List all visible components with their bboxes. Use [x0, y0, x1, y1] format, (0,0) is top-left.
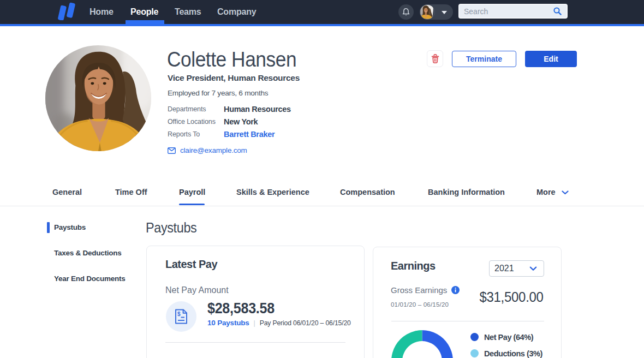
paystubs-count-link[interactable]: 10 Paystubs — [207, 319, 249, 327]
global-search[interactable]: Search — [458, 4, 568, 19]
earnings-divider — [391, 321, 544, 321]
tab-general[interactable]: General — [52, 188, 82, 196]
active-tab-underline — [179, 204, 205, 205]
legend-label: Net Pay (64%) — [484, 333, 533, 342]
namely-logo[interactable] — [58, 2, 77, 20]
paystub-meta-row: 10 Paystubs | Pay Period 06/01/20 – 06/1… — [207, 319, 351, 327]
svg-text:$: $ — [177, 311, 181, 317]
select-chevron-icon — [529, 266, 537, 271]
donut-slice — [391, 330, 422, 358]
legend-dot — [470, 349, 479, 357]
tabs-divider — [0, 206, 644, 206]
edit-button[interactable]: Edit — [525, 51, 577, 67]
active-nav-underline — [126, 20, 164, 26]
tab-payroll[interactable]: Payroll — [179, 188, 205, 196]
delete-employee-button[interactable] — [427, 50, 443, 67]
year-select-value: 2021 — [494, 264, 529, 273]
tab-time-off[interactable]: Time Off — [115, 188, 147, 196]
gross-earnings-amount: $31,500.00 — [480, 289, 544, 305]
field-reports-to: Reports To Barrett Braker — [168, 128, 291, 140]
legend-label: Deductions (3%) — [484, 349, 542, 358]
year-select[interactable]: 2021 — [489, 260, 544, 277]
gross-earnings-text: Gross Earnings — [391, 285, 447, 295]
field-value: New York — [224, 117, 258, 126]
employee-profile-page: Home People Teams Company Search — [0, 0, 644, 358]
field-value: Human Resources — [224, 105, 291, 114]
tab-more-label: More — [536, 188, 556, 196]
active-rail-indicator — [47, 222, 50, 233]
field-departments: Departments Human Resources — [168, 103, 291, 115]
legend-dot — [470, 333, 479, 341]
chevron-down-icon — [562, 190, 569, 195]
envelope-icon — [168, 147, 176, 154]
tab-skills-experience[interactable]: Skills & Experience — [236, 188, 309, 196]
pay-period: Pay Period 06/01/20 – 06/15/20 — [260, 319, 351, 327]
bell-icon — [402, 8, 410, 17]
reports-to-link[interactable]: Barrett Braker — [224, 130, 275, 139]
search-icon[interactable] — [553, 7, 562, 16]
field-label: Reports To — [168, 130, 224, 138]
gross-earnings-label: Gross Earnings — [391, 285, 460, 295]
field-label: Departments — [168, 105, 224, 113]
earnings-donut-chart — [389, 328, 455, 358]
page-title: Paystubs — [146, 219, 196, 236]
gross-earnings-period: 01/01/20 – 06/15/20 — [391, 301, 449, 308]
nav-item-company[interactable]: Company — [217, 0, 257, 24]
user-menu[interactable] — [420, 4, 453, 20]
email-text: claire@example.com — [180, 146, 247, 154]
nav-item-home[interactable]: Home — [90, 0, 114, 24]
legend-item: Net Pay (64%) — [470, 333, 542, 341]
earnings-title: Earnings — [391, 260, 436, 272]
search-placeholder: Search — [464, 7, 553, 16]
profile-photo — [45, 45, 151, 151]
user-avatar — [420, 4, 435, 20]
tab-more[interactable]: More — [536, 188, 569, 196]
donut-legend: Net Pay (64%)Deductions (3%) — [470, 333, 542, 358]
meta-separator: | — [254, 319, 255, 327]
legend-item: Deductions (3%) — [470, 349, 542, 357]
notifications-button[interactable] — [398, 4, 414, 20]
rail-item-paystubs[interactable]: Paystubs — [54, 223, 86, 231]
tab-banking-information[interactable]: Banking Information — [428, 188, 505, 196]
field-office-locations: Office Locations New York — [168, 115, 291, 128]
top-navbar: Home People Teams Company Search — [0, 0, 644, 26]
net-pay-label: Net Pay Amount — [165, 285, 229, 295]
trash-icon — [431, 54, 439, 63]
info-icon[interactable] — [451, 286, 460, 294]
latest-pay-title: Latest Pay — [165, 258, 217, 271]
rail-item-taxes-deductions[interactable]: Taxes & Deductions — [54, 249, 122, 257]
paystub-document-icon: $ — [174, 309, 188, 324]
avatar-portrait — [420, 5, 434, 19]
paystub-icon-badge: $ — [166, 301, 196, 332]
user-menu-caret-icon — [442, 11, 447, 14]
tab-compensation[interactable]: Compensation — [340, 188, 395, 196]
rail-item-year-end-documents[interactable]: Year End Documents — [54, 275, 126, 283]
profile-fields: Departments Human Resources Office Locat… — [168, 103, 291, 140]
latest-pay-divider — [165, 342, 345, 343]
employee-tenure: Employed for 7 years, 6 months — [168, 89, 268, 97]
portrait-illustration — [45, 45, 151, 151]
net-pay-amount: $28,583.58 — [207, 300, 275, 317]
employee-email-link[interactable]: claire@example.com — [168, 146, 247, 154]
field-label: Office Locations — [168, 118, 224, 126]
employee-name: Colette Hansen — [167, 48, 296, 71]
terminate-button[interactable]: Terminate — [452, 51, 516, 67]
nav-item-teams[interactable]: Teams — [175, 0, 201, 24]
navbar-accent-line — [0, 24, 644, 26]
employee-job-title: Vice President, Human Resources — [168, 73, 300, 83]
